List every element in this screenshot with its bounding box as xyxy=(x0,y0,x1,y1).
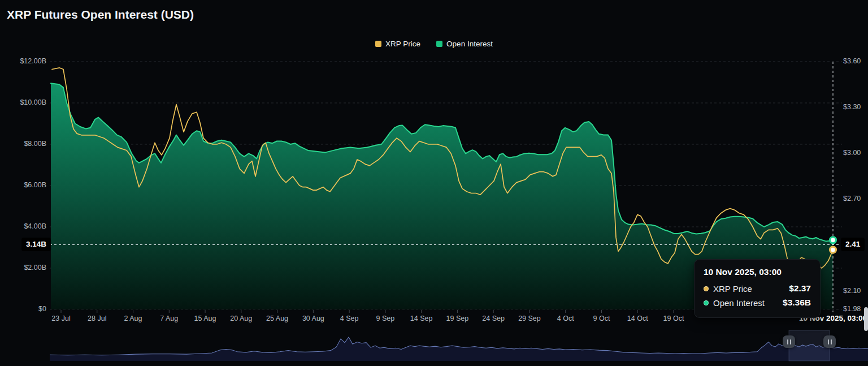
x-axis-label: 4 Sep xyxy=(340,315,359,322)
crosshair-left-value-pill: 3.14B xyxy=(21,238,51,251)
x-axis-label: 28 Jul xyxy=(88,315,106,322)
y-axis-label-right: $3.30 xyxy=(843,103,861,111)
y-axis-label-left: $12.00B xyxy=(20,57,46,65)
y-axis-label-left: $6.00B xyxy=(24,181,46,189)
tooltip-row-label: XRP Price xyxy=(713,284,752,294)
tooltip-title: 10 Nov 2025, 03:00 xyxy=(704,267,811,277)
chart-tooltip: 10 Nov 2025, 03:00 XRP Price $2.37 Open … xyxy=(694,259,821,318)
tooltip-row-open-interest: Open Interest $3.36B xyxy=(704,298,811,308)
legend-item-open-interest[interactable]: Open Interest xyxy=(436,40,493,48)
x-axis-label: 19 Sep xyxy=(446,315,469,322)
x-axis-label: 7 Aug xyxy=(160,315,178,322)
crosshair-right-value-pill: 2.41 xyxy=(841,238,865,251)
tooltip-row-value: $3.36B xyxy=(783,298,811,308)
x-axis-label: 29 Sep xyxy=(518,315,541,322)
open-interest-swatch-icon xyxy=(436,41,442,47)
xrp-price-swatch-icon xyxy=(375,41,381,47)
y-axis-label-right: $1.98 xyxy=(843,305,861,313)
y-axis-label-right: $2.10 xyxy=(843,287,861,295)
legend-item-xrp-price[interactable]: XRP Price xyxy=(375,40,420,48)
app-root: XRP Futures Open Interest (USD) XRP Pric… xyxy=(0,0,868,366)
legend-label: XRP Price xyxy=(385,40,420,48)
y-axis-label-right: $3.60 xyxy=(843,57,861,65)
y-axis-label-left: $2.00B xyxy=(24,264,46,272)
x-axis-label: 9 Oct xyxy=(593,315,610,322)
x-axis-label: 20 Aug xyxy=(230,315,252,322)
x-axis-label: 23 Jul xyxy=(51,315,70,322)
navigator-area xyxy=(50,337,868,361)
x-axis-label: 14 Sep xyxy=(410,315,433,322)
xrp-price-marker xyxy=(830,247,836,253)
x-axis-label: 9 Sep xyxy=(376,315,395,322)
chart-legend: XRP Price Open Interest xyxy=(0,40,868,48)
x-axis-label: 30 Aug xyxy=(302,315,324,322)
x-axis-label: 15 Aug xyxy=(194,315,216,322)
open-interest-dot-icon xyxy=(704,300,709,305)
tooltip-row-value: $2.37 xyxy=(789,283,811,294)
tooltip-row-xrp-price: XRP Price $2.37 xyxy=(704,283,811,294)
navigator-right-handle-icon[interactable] xyxy=(823,335,836,348)
y-axis-label-left: $8.00B xyxy=(24,140,46,148)
x-axis-label: 19 Oct xyxy=(663,315,684,322)
x-axis-label: 2 Aug xyxy=(124,315,142,322)
tooltip-row-label: Open Interest xyxy=(713,298,765,308)
y-axis-label-left: $0 xyxy=(38,305,46,313)
y-axis-label-right: $3.00 xyxy=(843,149,861,157)
open-interest-marker xyxy=(830,237,836,243)
navigator-left-handle-icon[interactable] xyxy=(783,335,795,348)
x-axis-label: 25 Aug xyxy=(266,315,288,322)
y-axis-label-left: $10.00B xyxy=(20,98,46,106)
xrp-price-dot-icon xyxy=(704,286,709,291)
x-axis-label: 14 Oct xyxy=(627,315,648,322)
y-axis-label-right: $2.70 xyxy=(843,195,861,203)
page-title: XRP Futures Open Interest (USD) xyxy=(7,8,194,21)
x-axis-label: 24 Sep xyxy=(482,315,505,322)
scrollbar-thumb[interactable] xyxy=(864,307,868,331)
x-axis-label: 4 Oct xyxy=(557,315,574,322)
legend-label: Open Interest xyxy=(446,40,493,48)
y-axis-label-left: $4.00B xyxy=(24,222,46,230)
